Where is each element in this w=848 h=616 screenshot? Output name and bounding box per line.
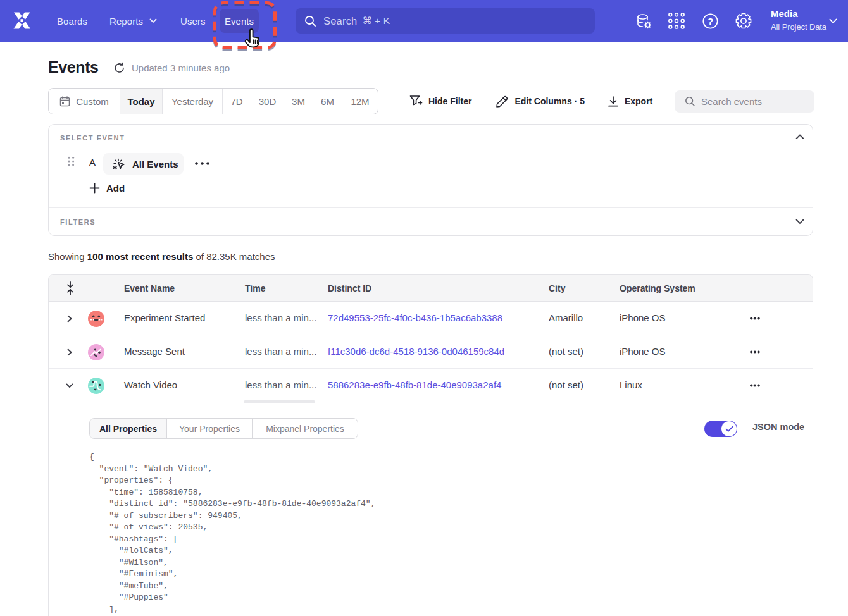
svg-text:?: ? — [708, 16, 713, 27]
